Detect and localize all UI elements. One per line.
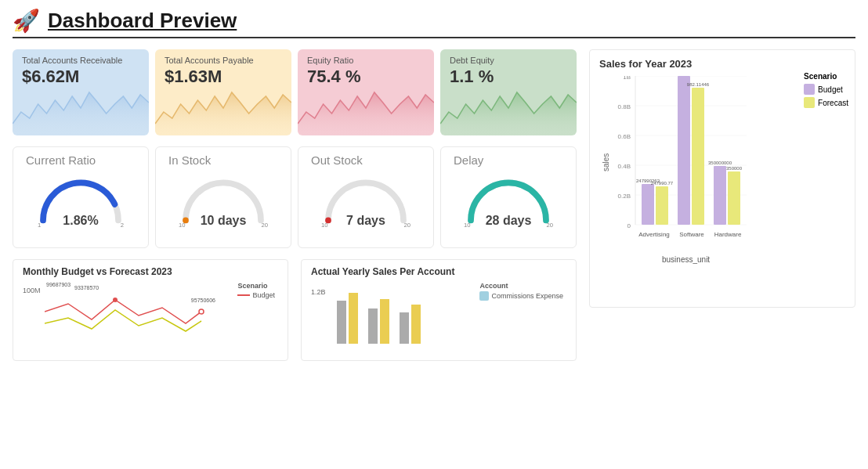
budget-legend-item: Budget bbox=[237, 291, 275, 299]
gauge-value-delay: 28 days bbox=[486, 214, 532, 228]
main-layout: Total Accounts Receivable $6.62M Total A… bbox=[13, 49, 855, 361]
svg-text:20: 20 bbox=[547, 222, 554, 228]
kpi-card-accounts-payable: Total Accounts Payable $1.63M bbox=[155, 49, 291, 135]
svg-rect-15 bbox=[411, 305, 421, 344]
svg-rect-14 bbox=[400, 312, 409, 344]
budget-legend-label: Budget bbox=[252, 291, 275, 299]
kpi-row: Total Accounts Receivable $6.62M Total A… bbox=[13, 49, 577, 135]
budget-line-legend bbox=[237, 294, 250, 296]
page-title: Dashboard Preview bbox=[48, 9, 237, 33]
svg-text:Hardware: Hardware bbox=[714, 231, 742, 238]
svg-rect-12 bbox=[368, 308, 378, 344]
svg-text:0: 0 bbox=[627, 222, 631, 229]
svg-text:10: 10 bbox=[321, 222, 328, 228]
svg-text:350000: 350000 bbox=[726, 166, 743, 171]
actual-sales-axis: 1.2B bbox=[311, 288, 326, 296]
kpi-label-accounts-payable: Total Accounts Payable bbox=[165, 56, 282, 65]
left-section: Total Accounts Receivable $6.62M Total A… bbox=[13, 49, 577, 361]
gauge-canvas-in-stock: 10 20 10 days bbox=[172, 171, 274, 226]
kpi-value-equity-ratio: 75.4 % bbox=[307, 67, 425, 87]
kpi-value-accounts-payable: $1.63M bbox=[165, 67, 282, 87]
y-axis-label: sales bbox=[599, 76, 612, 248]
sparkline-accounts-payable bbox=[155, 81, 291, 135]
rocket-icon: 🚀 bbox=[13, 8, 40, 34]
svg-text:0.8B: 0.8B bbox=[618, 103, 631, 110]
kpi-value-debt-equity: 1.1 % bbox=[450, 67, 567, 87]
scenario-label-text: Scenario bbox=[237, 282, 275, 290]
svg-rect-34 bbox=[692, 88, 704, 225]
monthly-budget-label1: 99687903 bbox=[46, 282, 71, 287]
svg-point-9 bbox=[199, 309, 204, 314]
kpi-value-accounts-receivable: $6.62M bbox=[22, 67, 139, 87]
actual-sales-card: Actual Yearly Sales Per Account 1.2B bbox=[301, 259, 577, 361]
gauge-title-in-stock: In Stock bbox=[168, 153, 211, 167]
kpi-card-equity-ratio: Equity Ratio 75.4 % bbox=[298, 49, 434, 135]
monthly-scenario-legend: Scenario Budget bbox=[237, 282, 275, 299]
kpi-label-accounts-receivable: Total Accounts Receivable bbox=[22, 56, 139, 65]
svg-text:Software: Software bbox=[679, 231, 704, 238]
gauge-value-in-stock: 10 days bbox=[201, 214, 247, 228]
svg-text:0.2B: 0.2B bbox=[618, 193, 631, 200]
gauge-row: Current Ratio 1 2 1.86% In Stock bbox=[13, 146, 577, 248]
svg-text:20: 20 bbox=[262, 222, 269, 228]
gauge-card-out-stock: Out Stock 10 20 7 days bbox=[298, 146, 434, 248]
gauge-canvas-out-stock: 10 20 7 days bbox=[315, 171, 417, 226]
monthly-budget-title: Monthly Budget vs Forecast 2023 bbox=[23, 266, 278, 277]
monthly-budget-card: Monthly Budget vs Forecast 2023 100M 996… bbox=[13, 259, 288, 361]
svg-rect-38 bbox=[728, 171, 740, 225]
monthly-budget-axis: 100M bbox=[23, 287, 41, 294]
svg-text:982.11446: 982.11446 bbox=[687, 82, 710, 87]
sparkline-equity-ratio bbox=[298, 81, 434, 135]
sales-bar-svg: 1B 0.8B 0.6B 0.4B 0.2B 0 247990263 24799… bbox=[613, 76, 762, 248]
gauge-canvas-delay: 10 20 28 days bbox=[458, 171, 559, 226]
sparkline-debt-equity bbox=[440, 81, 577, 135]
right-section: Sales for Year 2023 Scenario Budget Fore… bbox=[589, 49, 855, 361]
svg-text:1: 1 bbox=[38, 222, 41, 228]
actual-sales-chart: 1.2B Account bbox=[311, 282, 566, 352]
svg-rect-11 bbox=[349, 293, 358, 344]
gauge-card-delay: Delay 10 20 28 days bbox=[440, 146, 577, 248]
gauge-canvas-current-ratio: 1 2 1.86% bbox=[30, 171, 132, 226]
commissions-label: Commissions Expense bbox=[491, 292, 563, 300]
svg-text:1B: 1B bbox=[623, 76, 631, 81]
monthly-line-chart bbox=[45, 288, 222, 351]
header: 🚀 Dashboard Preview bbox=[13, 8, 855, 38]
bottom-row: Monthly Budget vs Forecast 2023 100M 996… bbox=[13, 259, 577, 361]
page-container: 🚀 Dashboard Preview Total Accounts Recei… bbox=[0, 0, 868, 369]
svg-point-8 bbox=[113, 298, 118, 302]
account-label: Account bbox=[479, 282, 563, 290]
svg-text:10: 10 bbox=[179, 222, 186, 228]
gauge-card-current-ratio: Current Ratio 1 2 1.86% bbox=[13, 146, 149, 248]
svg-rect-37 bbox=[714, 166, 726, 225]
kpi-label-debt-equity: Debt Equity bbox=[450, 56, 567, 65]
sparkline-accounts-receivable bbox=[13, 81, 149, 135]
sales-chart-card: Sales for Year 2023 Scenario Budget Fore… bbox=[589, 49, 855, 308]
svg-rect-29 bbox=[642, 184, 654, 225]
gauge-title-out-stock: Out Stock bbox=[311, 153, 363, 167]
svg-text:0.6B: 0.6B bbox=[618, 133, 631, 140]
sales-chart-title: Sales for Year 2023 bbox=[599, 58, 845, 70]
kpi-card-accounts-receivable: Total Accounts Receivable $6.62M bbox=[13, 49, 149, 135]
sales-chart-area: sales 1B 0.8B 0.6B 0.4B bbox=[599, 76, 845, 264]
svg-text:10: 10 bbox=[464, 222, 471, 228]
svg-text:350000000: 350000000 bbox=[708, 161, 732, 165]
commissions-color bbox=[479, 291, 489, 301]
kpi-card-debt-equity: Debt Equity 1.1 % bbox=[440, 49, 577, 135]
svg-text:2: 2 bbox=[121, 222, 124, 228]
svg-text:247990.77: 247990.77 bbox=[651, 181, 674, 186]
kpi-label-equity-ratio: Equity Ratio bbox=[307, 56, 425, 65]
x-axis-title: business_unit bbox=[662, 255, 710, 264]
gauge-card-in-stock: In Stock 10 20 10 days bbox=[155, 146, 291, 248]
actual-sales-svg bbox=[333, 285, 502, 348]
commissions-legend-item: Commissions Expense bbox=[479, 291, 563, 301]
svg-text:Advertising: Advertising bbox=[638, 231, 670, 238]
svg-text:0.4B: 0.4B bbox=[618, 163, 631, 170]
svg-rect-30 bbox=[656, 186, 668, 225]
gauge-value-current-ratio: 1.86% bbox=[63, 214, 98, 228]
gauge-title-delay: Delay bbox=[454, 153, 483, 167]
actual-sales-legend: Account Commissions Expense bbox=[479, 282, 563, 301]
actual-sales-title: Actual Yearly Sales Per Account bbox=[311, 266, 566, 277]
svg-rect-10 bbox=[337, 301, 346, 344]
svg-rect-13 bbox=[380, 299, 389, 344]
svg-text:20: 20 bbox=[404, 222, 411, 228]
